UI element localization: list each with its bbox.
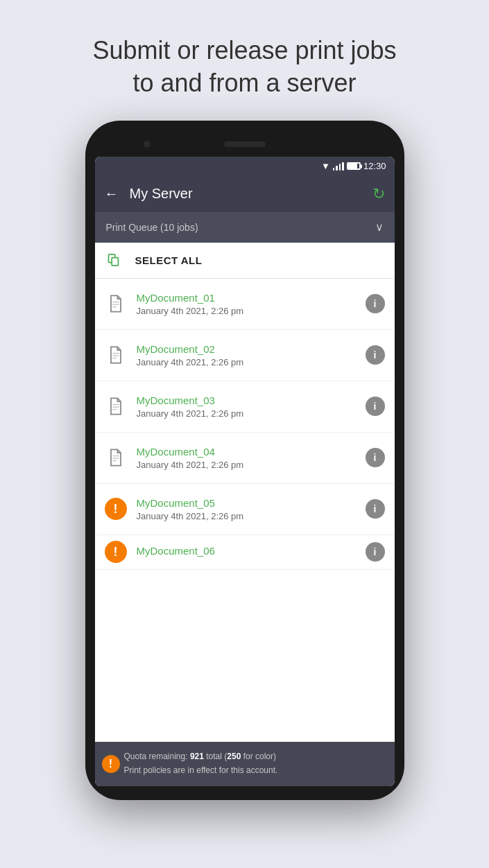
info-button[interactable]: i (366, 294, 385, 313)
select-all-icon (106, 250, 126, 270)
wifi-icon: ▼ (321, 161, 330, 171)
phone-device: ▼ 12:30 ← My Server ↻ (85, 121, 404, 800)
doc-info: MyDocument_02 January 4th 2021, 2:26 pm (137, 343, 366, 367)
back-button[interactable]: ← (105, 186, 119, 202)
quota-status-text: Quota remaining: 921 total (250 for colo… (124, 750, 278, 776)
warning-icon: ! (105, 541, 127, 563)
doc-name: MyDocument_06 (137, 545, 366, 557)
battery-icon (347, 162, 361, 170)
doc-info: MyDocument_03 January 4th 2021, 2:26 pm (137, 394, 366, 419)
list-item[interactable]: MyDocument_03 January 4th 2021, 2:26 pm … (95, 381, 395, 433)
doc-date: January 4th 2021, 2:26 pm (137, 357, 366, 367)
doc-name: MyDocument_02 (137, 343, 366, 355)
phone-screen: ▼ 12:30 ← My Server ↻ (95, 157, 395, 786)
doc-date: January 4th 2021, 2:26 pm (137, 408, 366, 419)
doc-info: MyDocument_06 (137, 545, 366, 559)
refresh-button[interactable]: ↻ (372, 185, 385, 203)
doc-name: MyDocument_01 (137, 292, 366, 304)
headline: Submit or release print jobs to and from… (65, 35, 424, 100)
file-icon (105, 344, 127, 366)
app-bar-title: My Server (130, 186, 372, 202)
bottom-warning-icon: ! (102, 755, 120, 773)
info-button[interactable]: i (366, 542, 385, 562)
select-all-text: SELECT ALL (135, 254, 203, 266)
phone-top-bar (95, 134, 395, 154)
doc-info: MyDocument_05 January 4th 2021, 2:26 pm (137, 497, 366, 521)
doc-date: January 4th 2021, 2:26 pm (137, 511, 366, 521)
phone-speaker (224, 141, 266, 147)
app-bar: ← My Server ↻ (95, 176, 395, 212)
info-button[interactable]: i (366, 345, 385, 365)
doc-name: MyDocument_04 (137, 446, 366, 458)
battery-fill (348, 164, 357, 168)
bottom-status-bar: ! Quota remaining: 921 total (250 for co… (95, 742, 395, 786)
svg-rect-1 (112, 258, 118, 266)
file-icon (105, 395, 127, 417)
phone-camera (144, 141, 151, 148)
list-item[interactable]: MyDocument_02 January 4th 2021, 2:26 pm … (95, 330, 395, 381)
status-bar: ▼ 12:30 (95, 157, 395, 176)
list-item[interactable]: MyDocument_04 January 4th 2021, 2:26 pm … (95, 433, 395, 484)
status-time: 12:30 (363, 161, 386, 171)
chevron-down-icon: ∨ (375, 220, 384, 234)
doc-name: MyDocument_05 (137, 497, 366, 509)
info-button[interactable]: i (366, 499, 385, 519)
queue-dropdown[interactable]: Print Queue (10 jobs) ∨ (95, 212, 395, 243)
doc-date: January 4th 2021, 2:26 pm (137, 460, 366, 470)
info-button[interactable]: i (366, 448, 385, 467)
doc-date: January 4th 2021, 2:26 pm (137, 306, 366, 316)
doc-info: MyDocument_04 January 4th 2021, 2:26 pm (137, 446, 366, 470)
warning-icon: ! (105, 498, 127, 520)
signal-icon (333, 162, 344, 171)
info-button[interactable]: i (366, 397, 385, 416)
list-item[interactable]: ! MyDocument_06 i (95, 535, 395, 570)
doc-info: MyDocument_01 January 4th 2021, 2:26 pm (137, 292, 366, 316)
file-icon (105, 446, 127, 469)
document-list: MyDocument_01 January 4th 2021, 2:26 pm … (95, 279, 395, 742)
file-icon (105, 293, 127, 315)
queue-label: Print Queue (10 jobs) (106, 222, 198, 233)
list-item[interactable]: MyDocument_01 January 4th 2021, 2:26 pm … (95, 279, 395, 330)
select-all-row[interactable]: SELECT ALL (95, 243, 395, 279)
status-icons: ▼ 12:30 (321, 161, 386, 171)
doc-name: MyDocument_03 (137, 394, 366, 406)
list-item[interactable]: ! MyDocument_05 January 4th 2021, 2:26 p… (95, 484, 395, 535)
